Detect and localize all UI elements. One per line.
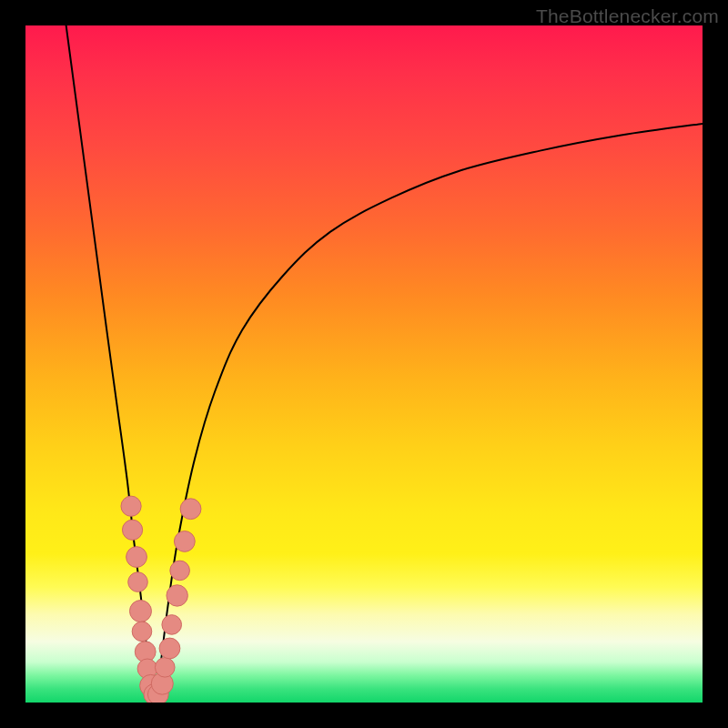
watermark-text: TheBottlenecker.com — [536, 5, 719, 27]
plot-area — [25, 25, 703, 703]
outer-frame: TheBottlenecker.com — [0, 0, 728, 728]
background-gradient — [25, 25, 703, 703]
